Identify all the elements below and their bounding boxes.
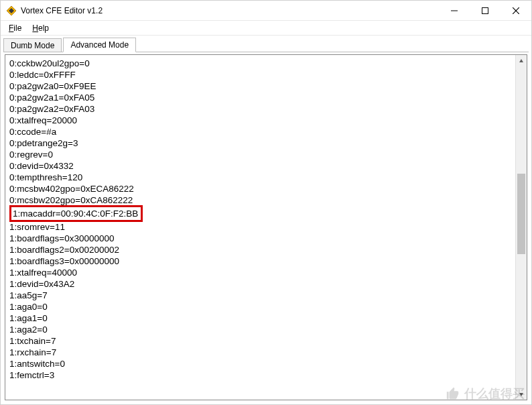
- svg-marker-6: [519, 59, 523, 62]
- config-line: 1:antswitch=0: [9, 358, 511, 369]
- config-line: 1:femctrl=3: [9, 369, 511, 381]
- scroll-thumb[interactable]: [517, 174, 525, 254]
- svg-marker-7: [519, 393, 523, 396]
- tab-advanced-mode[interactable]: Advanced Mode: [63, 38, 136, 52]
- tab-row: Dumb Mode Advanced Mode: [1, 36, 531, 52]
- config-line: 0:ccode=#a: [9, 126, 511, 137]
- config-line: 1:xtalfreq=40000: [9, 267, 511, 278]
- config-line: 0:mcsbw402gpo=0xECA86222: [9, 183, 511, 194]
- config-line: 0:regrev=0: [9, 149, 511, 160]
- highlighted-line: 1:macaddr=00:90:4C:0F:F2:BB: [9, 205, 143, 222]
- close-button[interactable]: [501, 1, 531, 20]
- window-title: Vortex CFE Editor v1.2: [21, 6, 103, 15]
- config-line: 0:leddc=0xFFFF: [9, 69, 511, 80]
- menu-bar: File Help: [1, 21, 531, 36]
- scroll-down-button[interactable]: [516, 388, 527, 400]
- config-line: 0:cckbw20ul2gpo=0: [9, 58, 511, 69]
- config-line: 0:pdetrange2g=3: [9, 137, 511, 149]
- config-line: 1:aga0=0: [9, 301, 511, 312]
- config-line: 1:aga1=0: [9, 312, 511, 324]
- config-line: 1:txchain=7: [9, 335, 511, 347]
- svg-rect-3: [482, 7, 488, 13]
- config-line: 1:boardflags=0x30000000: [9, 233, 511, 244]
- config-line: 1:sromrev=11: [9, 221, 511, 233]
- minimize-button[interactable]: [439, 1, 470, 20]
- maximize-button[interactable]: [470, 1, 501, 20]
- editor-panel: 0:cckbw20ul2gpo=00:leddc=0xFFFF0:pa2gw2a…: [5, 54, 527, 400]
- vertical-scrollbar[interactable]: [515, 55, 527, 400]
- config-line: 0:devid=0x4332: [9, 160, 511, 172]
- menu-help[interactable]: Help: [27, 22, 54, 34]
- config-line: 0:mcsbw202gpo=0xCA862222: [9, 194, 511, 206]
- config-line: 0:pa2gw2a1=0xFA05: [9, 92, 511, 103]
- menu-file[interactable]: File: [3, 22, 27, 34]
- window-controls: [439, 1, 531, 20]
- config-line: 1:aa5g=7: [9, 290, 511, 301]
- config-line: 0:xtalfreq=20000: [9, 115, 511, 126]
- config-line: 1:devid=0x43A2: [9, 278, 511, 290]
- scroll-track[interactable]: [516, 66, 527, 388]
- config-line: 1:rxchain=7: [9, 347, 511, 358]
- config-line: 0:pa2gw2a0=0xF9EE: [9, 80, 511, 92]
- tab-dumb-mode[interactable]: Dumb Mode: [3, 38, 62, 52]
- config-line: 1:aga2=0: [9, 324, 511, 335]
- config-line: 1:boardflags3=0x00000000: [9, 255, 511, 267]
- config-line: 0:tempthresh=120: [9, 172, 511, 183]
- config-line: 1:boardflags2=0x00200002: [9, 244, 511, 255]
- config-textarea[interactable]: 0:cckbw20ul2gpo=00:leddc=0xFFFF0:pa2gw2a…: [5, 55, 515, 400]
- config-line: 0:pa2gw2a2=0xFA03: [9, 103, 511, 115]
- app-icon: [6, 5, 17, 16]
- title-bar: Vortex CFE Editor v1.2: [1, 1, 531, 21]
- scroll-up-button[interactable]: [516, 55, 527, 66]
- config-line: 1:macaddr=00:90:4C:0F:F2:BB: [9, 206, 511, 221]
